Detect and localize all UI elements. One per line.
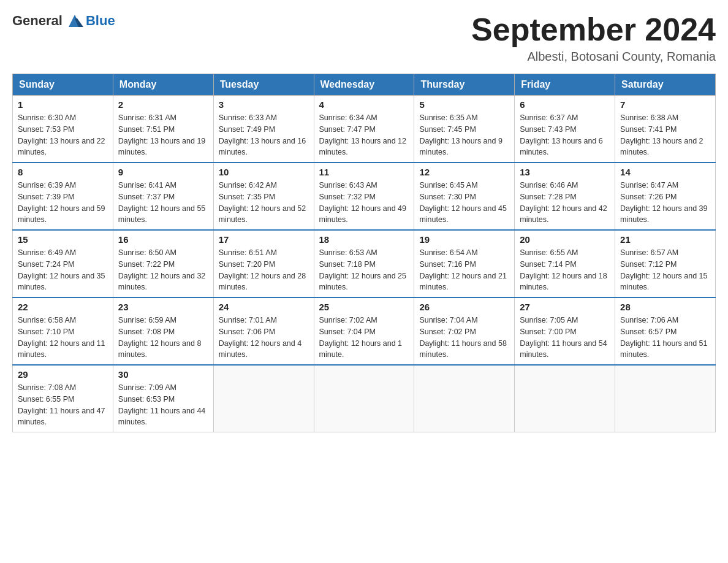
calendar-week-3: 15 Sunrise: 6:49 AM Sunset: 7:24 PM Dayl…	[13, 230, 716, 297]
day-number: 7	[620, 99, 710, 110]
day-number: 19	[419, 234, 509, 245]
table-row	[213, 365, 314, 432]
day-info: Sunrise: 6:38 AM Sunset: 7:41 PM Dayligh…	[620, 112, 710, 158]
day-number: 18	[319, 234, 409, 245]
table-row: 11 Sunrise: 6:43 AM Sunset: 7:32 PM Dayl…	[314, 163, 414, 230]
day-info: Sunrise: 6:45 AM Sunset: 7:30 PM Dayligh…	[419, 180, 509, 226]
day-number: 20	[520, 234, 610, 245]
table-row: 13 Sunrise: 6:46 AM Sunset: 7:28 PM Dayl…	[515, 163, 615, 230]
day-info: Sunrise: 7:06 AM Sunset: 6:57 PM Dayligh…	[620, 315, 710, 361]
col-tuesday: Tuesday	[213, 74, 314, 96]
day-info: Sunrise: 6:54 AM Sunset: 7:16 PM Dayligh…	[419, 247, 509, 293]
day-number: 8	[18, 167, 108, 177]
table-row: 6 Sunrise: 6:37 AM Sunset: 7:43 PM Dayli…	[515, 96, 615, 163]
table-row: 20 Sunrise: 6:55 AM Sunset: 7:14 PM Dayl…	[515, 230, 615, 297]
day-number: 24	[219, 302, 309, 312]
day-number: 4	[319, 99, 409, 110]
day-number: 27	[520, 302, 610, 312]
table-row: 21 Sunrise: 6:57 AM Sunset: 7:12 PM Dayl…	[615, 230, 716, 297]
table-row: 15 Sunrise: 6:49 AM Sunset: 7:24 PM Dayl…	[13, 230, 113, 297]
calendar-subtitle: Albesti, Botosani County, Romania	[471, 50, 716, 64]
day-number: 22	[18, 302, 108, 312]
table-row: 2 Sunrise: 6:31 AM Sunset: 7:51 PM Dayli…	[113, 96, 213, 163]
day-info: Sunrise: 7:05 AM Sunset: 7:00 PM Dayligh…	[520, 315, 610, 361]
table-row: 16 Sunrise: 6:50 AM Sunset: 7:22 PM Dayl…	[113, 230, 213, 297]
title-block: September 2024 Albesti, Botosani County,…	[471, 12, 716, 64]
day-number: 13	[520, 167, 610, 177]
table-row: 14 Sunrise: 6:47 AM Sunset: 7:26 PM Dayl…	[615, 163, 716, 230]
day-info: Sunrise: 6:50 AM Sunset: 7:22 PM Dayligh…	[118, 247, 208, 293]
calendar-week-4: 22 Sunrise: 6:58 AM Sunset: 7:10 PM Dayl…	[13, 297, 716, 365]
day-number: 15	[18, 234, 108, 245]
calendar-week-5: 29 Sunrise: 7:08 AM Sunset: 6:55 PM Dayl…	[13, 365, 716, 432]
day-info: Sunrise: 6:34 AM Sunset: 7:47 PM Dayligh…	[319, 112, 409, 158]
table-row: 23 Sunrise: 6:59 AM Sunset: 7:08 PM Dayl…	[113, 297, 213, 365]
table-row: 27 Sunrise: 7:05 AM Sunset: 7:00 PM Dayl…	[515, 297, 615, 365]
col-saturday: Saturday	[615, 74, 716, 96]
day-info: Sunrise: 7:08 AM Sunset: 6:55 PM Dayligh…	[18, 382, 108, 428]
logo-icon	[66, 12, 83, 29]
table-row: 22 Sunrise: 6:58 AM Sunset: 7:10 PM Dayl…	[13, 297, 113, 365]
table-row: 7 Sunrise: 6:38 AM Sunset: 7:41 PM Dayli…	[615, 96, 716, 163]
day-info: Sunrise: 6:33 AM Sunset: 7:49 PM Dayligh…	[219, 112, 309, 158]
table-row	[515, 365, 615, 432]
day-info: Sunrise: 6:37 AM Sunset: 7:43 PM Dayligh…	[520, 112, 610, 158]
day-info: Sunrise: 6:31 AM Sunset: 7:51 PM Dayligh…	[118, 112, 208, 158]
table-row: 28 Sunrise: 7:06 AM Sunset: 6:57 PM Dayl…	[615, 297, 716, 365]
table-row: 17 Sunrise: 6:51 AM Sunset: 7:20 PM Dayl…	[213, 230, 314, 297]
table-row: 8 Sunrise: 6:39 AM Sunset: 7:39 PM Dayli…	[13, 163, 113, 230]
day-info: Sunrise: 6:58 AM Sunset: 7:10 PM Dayligh…	[18, 315, 108, 361]
day-info: Sunrise: 7:02 AM Sunset: 7:04 PM Dayligh…	[319, 315, 409, 361]
day-info: Sunrise: 6:47 AM Sunset: 7:26 PM Dayligh…	[620, 180, 710, 226]
day-info: Sunrise: 6:57 AM Sunset: 7:12 PM Dayligh…	[620, 247, 710, 293]
day-number: 30	[118, 369, 208, 380]
day-info: Sunrise: 6:49 AM Sunset: 7:24 PM Dayligh…	[18, 247, 108, 293]
day-number: 11	[319, 167, 409, 177]
day-number: 16	[118, 234, 208, 245]
table-row: 18 Sunrise: 6:53 AM Sunset: 7:18 PM Dayl…	[314, 230, 414, 297]
day-number: 5	[419, 99, 509, 110]
day-number: 9	[118, 167, 208, 177]
calendar-week-1: 1 Sunrise: 6:30 AM Sunset: 7:53 PM Dayli…	[13, 96, 716, 163]
day-info: Sunrise: 6:43 AM Sunset: 7:32 PM Dayligh…	[319, 180, 409, 226]
logo-text-general: General	[12, 13, 63, 29]
day-number: 25	[319, 302, 409, 312]
day-info: Sunrise: 7:01 AM Sunset: 7:06 PM Dayligh…	[219, 315, 309, 361]
calendar-title: September 2024	[471, 12, 716, 47]
day-number: 14	[620, 167, 710, 177]
day-info: Sunrise: 6:46 AM Sunset: 7:28 PM Dayligh…	[520, 180, 610, 226]
table-row: 3 Sunrise: 6:33 AM Sunset: 7:49 PM Dayli…	[213, 96, 314, 163]
day-info: Sunrise: 6:35 AM Sunset: 7:45 PM Dayligh…	[419, 112, 509, 158]
calendar-table: Sunday Monday Tuesday Wednesday Thursday…	[12, 74, 716, 432]
table-row: 4 Sunrise: 6:34 AM Sunset: 7:47 PM Dayli…	[314, 96, 414, 163]
day-number: 23	[118, 302, 208, 312]
day-number: 1	[18, 99, 108, 110]
day-info: Sunrise: 6:55 AM Sunset: 7:14 PM Dayligh…	[520, 247, 610, 293]
day-number: 28	[620, 302, 710, 312]
logo-text-blue: Blue	[86, 13, 115, 29]
col-monday: Monday	[113, 74, 213, 96]
day-info: Sunrise: 6:41 AM Sunset: 7:37 PM Dayligh…	[118, 180, 208, 226]
col-thursday: Thursday	[414, 74, 515, 96]
day-info: Sunrise: 7:09 AM Sunset: 6:53 PM Dayligh…	[118, 382, 208, 428]
day-info: Sunrise: 6:59 AM Sunset: 7:08 PM Dayligh…	[118, 315, 208, 361]
day-info: Sunrise: 6:42 AM Sunset: 7:35 PM Dayligh…	[219, 180, 309, 226]
table-row: 24 Sunrise: 7:01 AM Sunset: 7:06 PM Dayl…	[213, 297, 314, 365]
table-row: 19 Sunrise: 6:54 AM Sunset: 7:16 PM Dayl…	[414, 230, 515, 297]
day-number: 3	[219, 99, 309, 110]
calendar-header-row: Sunday Monday Tuesday Wednesday Thursday…	[13, 74, 716, 96]
day-info: Sunrise: 7:04 AM Sunset: 7:02 PM Dayligh…	[419, 315, 509, 361]
day-number: 17	[219, 234, 309, 245]
day-number: 10	[219, 167, 309, 177]
table-row: 5 Sunrise: 6:35 AM Sunset: 7:45 PM Dayli…	[414, 96, 515, 163]
day-info: Sunrise: 6:39 AM Sunset: 7:39 PM Dayligh…	[18, 180, 108, 226]
table-row: 29 Sunrise: 7:08 AM Sunset: 6:55 PM Dayl…	[13, 365, 113, 432]
day-info: Sunrise: 6:30 AM Sunset: 7:53 PM Dayligh…	[18, 112, 108, 158]
col-friday: Friday	[515, 74, 615, 96]
day-number: 26	[419, 302, 509, 312]
table-row	[314, 365, 414, 432]
calendar-week-2: 8 Sunrise: 6:39 AM Sunset: 7:39 PM Dayli…	[13, 163, 716, 230]
logo: General Blue	[12, 12, 115, 29]
day-info: Sunrise: 6:51 AM Sunset: 7:20 PM Dayligh…	[219, 247, 309, 293]
table-row: 12 Sunrise: 6:45 AM Sunset: 7:30 PM Dayl…	[414, 163, 515, 230]
